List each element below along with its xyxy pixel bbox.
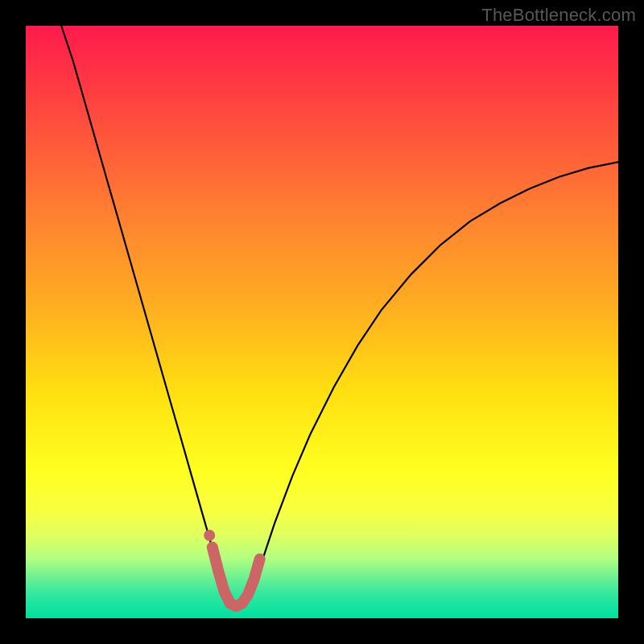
bottleneck-curve — [61, 26, 618, 606]
watermark-text: TheBottleneck.com — [481, 5, 636, 26]
basin-highlight — [213, 547, 260, 607]
basin-dot — [204, 530, 215, 541]
plot-svg — [26, 26, 618, 618]
chart-area — [26, 26, 618, 618]
